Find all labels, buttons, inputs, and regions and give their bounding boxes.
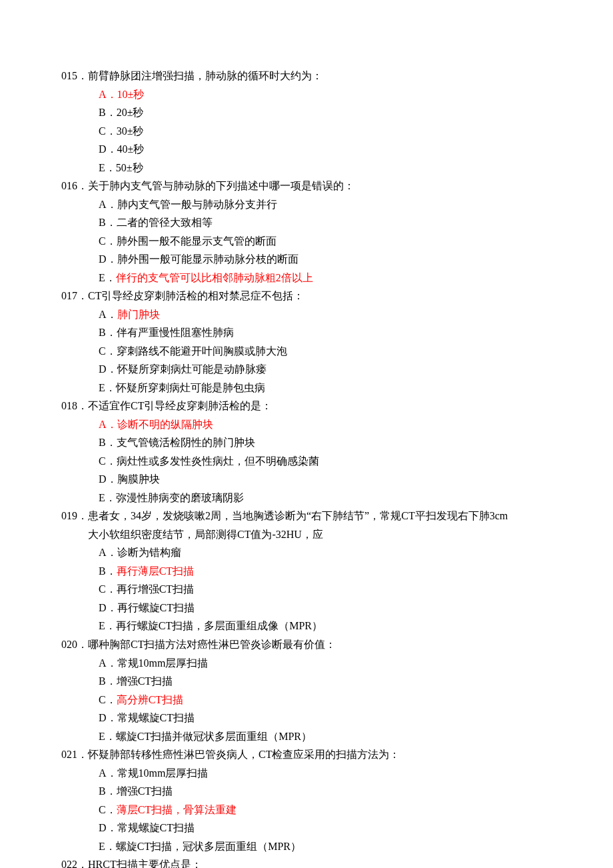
answer-option: E．再行螺旋CT扫描，多层面重组成像（MPR） bbox=[61, 617, 552, 635]
option-label: B． bbox=[99, 565, 117, 577]
document-content: 015．前臂静脉团注增强扫描，肺动脉的循环时大约为：A．10±秒B．20±秒C．… bbox=[61, 67, 552, 868]
answer-option: D．再行螺旋CT扫描 bbox=[61, 599, 552, 617]
answer-option: D．胸膜肿块 bbox=[61, 470, 552, 489]
option-label: D． bbox=[99, 363, 117, 375]
answer-option: B．二者的管径大致相等 bbox=[61, 213, 552, 232]
answer-option: C．穿刺路线不能避开叶间胸膜或肺大泡 bbox=[61, 342, 552, 361]
option-label: B． bbox=[99, 675, 117, 687]
option-label: D． bbox=[99, 143, 117, 155]
option-label: B． bbox=[99, 785, 117, 797]
answer-option: A．常规10mm层厚扫描 bbox=[61, 654, 552, 673]
question-text: HRCT扫描主要优点是： bbox=[88, 859, 202, 868]
answer-option: E．伴行的支气管可以比相邻肺动脉粗2倍以上 bbox=[61, 269, 552, 287]
question-number: 015． bbox=[61, 70, 88, 81]
question-number: 018． bbox=[61, 400, 88, 411]
option-text: 40±秒 bbox=[117, 143, 145, 155]
answer-option: B．增强CT扫描 bbox=[61, 672, 552, 691]
option-text: 50±秒 bbox=[116, 162, 143, 173]
option-text: 肺外围一般可能显示肺动脉分枝的断面 bbox=[117, 253, 299, 265]
question-stem: 016．关于肺内支气管与肺动脉的下列描述中哪一项是错误的： bbox=[61, 177, 552, 195]
question-text: 患者女，34岁，发烧咳嗽2周，当地胸透诊断为“右下肺结节”，常规CT平扫发现右下… bbox=[88, 510, 508, 521]
option-label: C． bbox=[99, 694, 117, 705]
option-label: E． bbox=[99, 731, 116, 742]
answer-option: B．增强CT扫描 bbox=[61, 782, 552, 801]
option-text: 10±秒 bbox=[117, 89, 145, 100]
option-text: 薄层CT扫描，骨算法重建 bbox=[117, 804, 237, 815]
answer-option: A．诊断为错构瘤 bbox=[61, 543, 552, 562]
question-text: 怀疑肺部转移性癌性淋巴管炎病人，CT检查应采用的扫描方法为： bbox=[88, 749, 400, 760]
option-label: C． bbox=[99, 455, 117, 467]
option-label: D． bbox=[99, 712, 117, 723]
option-text: 高分辨CT扫描 bbox=[117, 694, 183, 705]
question-number: 016． bbox=[61, 180, 88, 191]
option-text: 弥漫性肺病变的磨玻璃阴影 bbox=[116, 492, 244, 503]
answer-option: B．支气管镜活检阴性的肺门肿块 bbox=[61, 433, 552, 452]
answer-option: E．弥漫性肺病变的磨玻璃阴影 bbox=[61, 489, 552, 507]
option-text: 肺门肿块 bbox=[117, 309, 160, 320]
option-label: B． bbox=[99, 107, 117, 118]
option-text: 肺外围一般不能显示支气管的断面 bbox=[117, 235, 277, 247]
answer-option: C．30±秒 bbox=[61, 122, 552, 141]
option-text: 病灶性或多发性炎性病灶，但不明确感染菌 bbox=[117, 455, 319, 467]
option-label: A． bbox=[99, 547, 117, 558]
option-text: 30±秒 bbox=[117, 125, 144, 137]
option-label: E． bbox=[99, 620, 116, 631]
answer-option: A．肺内支气管一般与肺动脉分支并行 bbox=[61, 195, 552, 214]
answer-option: A．10±秒 bbox=[61, 85, 552, 104]
option-text: 再行薄层CT扫描 bbox=[117, 565, 194, 577]
question-text: 前臂静脉团注增强扫描，肺动脉的循环时大约为： bbox=[88, 70, 322, 81]
option-label: D． bbox=[99, 473, 117, 485]
option-text: 增强CT扫描 bbox=[117, 785, 173, 797]
answer-option: C．薄层CT扫描，骨算法重建 bbox=[61, 801, 552, 819]
option-label: A． bbox=[99, 767, 117, 779]
answer-option: B．20±秒 bbox=[61, 103, 552, 122]
option-label: A． bbox=[99, 89, 117, 100]
option-label: A． bbox=[99, 657, 117, 669]
option-label: E． bbox=[99, 492, 116, 503]
option-text: 再行增强CT扫描 bbox=[117, 583, 194, 595]
question-text: 关于肺内支气管与肺动脉的下列描述中哪一项是错误的： bbox=[88, 180, 354, 191]
option-label: E． bbox=[99, 382, 116, 393]
answer-option: A．诊断不明的纵隔肿块 bbox=[61, 415, 552, 434]
answer-option: D．怀疑所穿刺病灶可能是动静脉瘘 bbox=[61, 360, 552, 379]
option-label: D． bbox=[99, 253, 117, 265]
option-label: C． bbox=[99, 804, 117, 815]
question-number: 021． bbox=[61, 749, 88, 760]
option-label: E． bbox=[99, 272, 116, 283]
answer-option: E．螺旋CT扫描，冠状多层面重组（MPR） bbox=[61, 837, 552, 856]
option-text: 二者的管径大致相等 bbox=[117, 217, 213, 228]
option-text: 20±秒 bbox=[117, 107, 144, 118]
question-stem: 017．CT引导经皮穿刺肺活检的相对禁忌症不包括： bbox=[61, 287, 552, 305]
answer-option: D．40±秒 bbox=[61, 140, 552, 159]
option-text: 增强CT扫描 bbox=[117, 675, 173, 687]
question-stem: 018．不适宜作CT引导经皮穿刺肺活检的是： bbox=[61, 397, 552, 415]
question-stem: 019．患者女，34岁，发烧咳嗽2周，当地胸透诊断为“右下肺结节”，常规CT平扫… bbox=[61, 507, 552, 525]
question-stem: 020．哪种胸部CT扫描方法对癌性淋巴管炎诊断最有价值： bbox=[61, 635, 552, 654]
option-label: B． bbox=[99, 217, 117, 228]
question-number: 019． bbox=[61, 510, 88, 521]
answer-option: C．肺外围一般不能显示支气管的断面 bbox=[61, 232, 552, 251]
option-label: B． bbox=[99, 437, 117, 448]
option-label: C． bbox=[99, 235, 117, 247]
option-text: 常规10mm层厚扫描 bbox=[117, 657, 209, 669]
option-text: 再行螺旋CT扫描，多层面重组成像（MPR） bbox=[116, 620, 322, 631]
answer-option: D．肺外围一般可能显示肺动脉分枝的断面 bbox=[61, 250, 552, 269]
option-text: 诊断为错构瘤 bbox=[117, 547, 181, 558]
answer-option: A．常规10mm层厚扫描 bbox=[61, 764, 552, 783]
option-label: D． bbox=[99, 602, 117, 613]
option-text: 怀疑所穿刺病灶可能是肺包虫病 bbox=[116, 382, 265, 393]
option-label: C． bbox=[99, 345, 117, 357]
option-text: 怀疑所穿刺病灶可能是动静脉瘘 bbox=[117, 363, 267, 375]
option-text: 诊断不明的纵隔肿块 bbox=[117, 419, 213, 430]
answer-option: A．肺门肿块 bbox=[61, 305, 552, 324]
option-label: C． bbox=[99, 583, 117, 595]
option-label: E． bbox=[99, 841, 116, 852]
question-text: CT引导经皮穿刺肺活检的相对禁忌症不包括： bbox=[88, 290, 304, 301]
option-text: 螺旋CT扫描并做冠状多层面重组（MPR） bbox=[116, 731, 312, 742]
answer-option: C．高分辨CT扫描 bbox=[61, 691, 552, 709]
option-text: 支气管镜活检阴性的肺门肿块 bbox=[117, 437, 255, 448]
option-text: 穿刺路线不能避开叶间胸膜或肺大泡 bbox=[117, 345, 287, 357]
option-label: A． bbox=[99, 199, 117, 210]
answer-option: E．50±秒 bbox=[61, 159, 552, 177]
option-label: E． bbox=[99, 162, 116, 173]
